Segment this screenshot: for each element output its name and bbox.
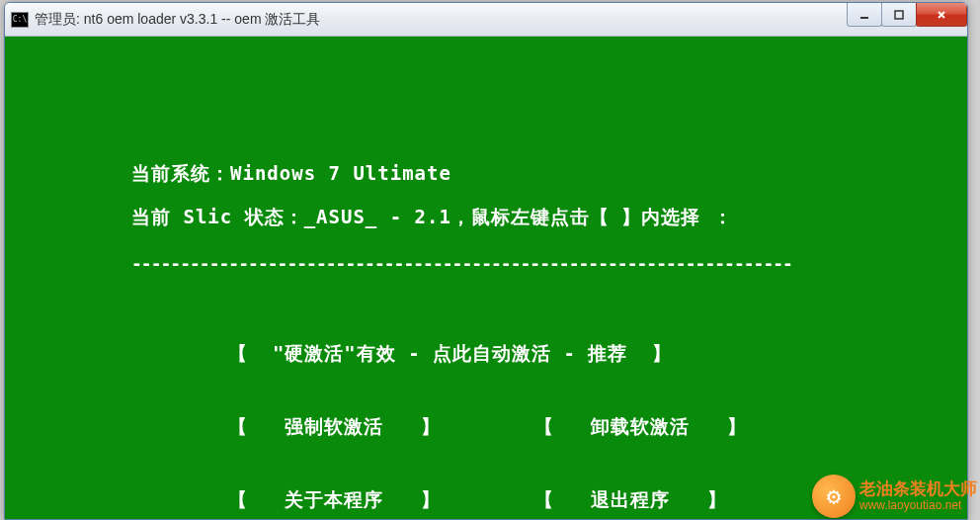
close-button[interactable]: [916, 3, 967, 27]
minimize-button[interactable]: [847, 3, 882, 27]
option-about[interactable]: 【 关于本程序 】: [228, 487, 441, 512]
option-uninstall[interactable]: 【 卸载软激活 】: [534, 414, 747, 439]
option-recommend[interactable]: 【 "硬激活"有效 - 点此自动激活 - 推荐 】: [228, 341, 672, 366]
svg-rect-0: [860, 17, 868, 19]
app-window: C:\ 管理员: nt6 oem loader v3.3.1 -- oem 激活…: [4, 2, 968, 520]
cmd-icon-text: C:\: [13, 15, 27, 24]
divider: ----------------------------------------…: [131, 252, 792, 275]
system-info-line: 当前系统：Windows 7 Ultimate: [131, 161, 451, 186]
console-area: 当前系统：Windows 7 Ultimate 当前 Slic 状态：_ASUS…: [5, 37, 967, 519]
system-label: 当前系统：: [131, 162, 230, 184]
slic-value: _ASUS_ - 2.1: [304, 206, 451, 227]
close-icon: [936, 9, 947, 21]
maximize-button[interactable]: [881, 3, 917, 27]
option-exit[interactable]: 【 退出程序 】: [534, 487, 727, 512]
slic-hint: ，鼠标左键点击【 】内选择 ：: [451, 206, 733, 227]
window-title: 管理员: nt6 oem loader v3.3.1 -- oem 激活工具: [35, 11, 320, 29]
cmd-icon: C:\: [11, 12, 29, 28]
svg-rect-1: [895, 11, 903, 19]
option-force-activate[interactable]: 【 强制软激活 】: [228, 414, 441, 439]
maximize-icon: [893, 9, 905, 21]
titlebar[interactable]: C:\ 管理员: nt6 oem loader v3.3.1 -- oem 激活…: [5, 3, 967, 37]
window-controls: [848, 3, 967, 27]
slic-label: 当前 Slic 状态：: [131, 206, 304, 227]
minimize-icon: [858, 9, 870, 21]
system-value: Windows 7 Ultimate: [230, 162, 451, 184]
slic-info-line: 当前 Slic 状态：_ASUS_ - 2.1，鼠标左键点击【 】内选择 ：: [131, 205, 733, 229]
